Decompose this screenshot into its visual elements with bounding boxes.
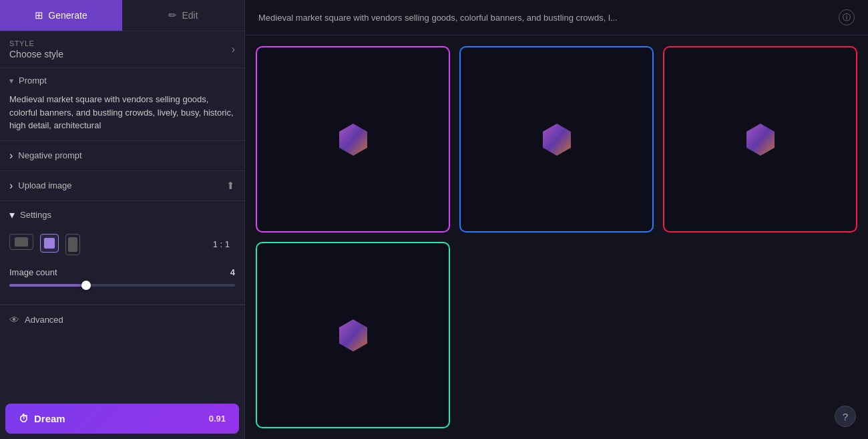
upload-chevron-icon: › — [9, 180, 13, 192]
info-icon[interactable]: ⓘ — [839, 9, 855, 25]
prompt-section-label: Prompt — [19, 76, 47, 86]
hex-placeholder-4 — [333, 315, 373, 355]
image-count-row: Image count 4 — [9, 267, 235, 289]
settings-chevron-icon: ▾ — [9, 208, 15, 221]
ar-square-icon[interactable] — [40, 234, 59, 253]
image-count-label: Image count — [9, 267, 57, 277]
style-row-left: Style Choose style — [9, 39, 63, 59]
image-count-header: Image count 4 — [9, 267, 235, 277]
upload-share-icon[interactable]: ⬆ — [226, 180, 235, 192]
slider-thumb — [81, 281, 91, 290]
svg-marker-3 — [339, 319, 367, 351]
aspect-ratio-row: 1 : 1 — [9, 234, 235, 255]
image-card-3[interactable] — [663, 46, 857, 233]
upload-image-label: Upload image — [18, 180, 71, 190]
svg-marker-0 — [339, 124, 367, 156]
image-card-4[interactable] — [256, 242, 450, 428]
generate-icon: ⊞ — [35, 9, 43, 21]
settings-content: 1 : 1 Image count 4 — [0, 229, 244, 304]
slider-fill — [9, 284, 88, 287]
image-count-slider-track — [9, 284, 235, 287]
dream-button-left: ⏱ Dream — [19, 413, 65, 424]
eye-icon: 👁 — [9, 314, 19, 325]
settings-label: Settings — [20, 210, 51, 220]
tab-generate[interactable]: ⊞ Generate — [0, 0, 122, 31]
right-panel: Medieval market square with vendors sell… — [245, 0, 868, 439]
settings-section: ▾ Settings 1 : 1 — [0, 201, 244, 305]
dream-button-label: Dream — [34, 413, 65, 424]
aspect-ratio-icons — [9, 234, 80, 255]
image-card-1[interactable] — [256, 46, 450, 233]
tab-edit[interactable]: ✏ Edit — [122, 0, 244, 31]
negative-prompt-row[interactable]: › Negative prompt — [0, 141, 244, 171]
advanced-row[interactable]: 👁 Advanced — [0, 305, 244, 334]
edit-icon: ✏ — [168, 9, 177, 21]
ar-portrait-icon[interactable] — [65, 234, 80, 255]
upload-left: › Upload image — [9, 180, 72, 192]
dream-button[interactable]: ⏱ Dream 0.91 — [5, 404, 239, 434]
ar-landscape-icon[interactable] — [9, 234, 33, 250]
left-panel: ⊞ Generate ✏ Edit Style Choose style › ▾… — [0, 0, 245, 439]
prompt-section-header[interactable]: ▾ Prompt — [0, 68, 244, 93]
tab-edit-label: Edit — [182, 10, 198, 21]
hex-placeholder-2 — [537, 120, 577, 160]
style-label: Style — [9, 39, 63, 47]
help-button[interactable]: ? — [835, 406, 856, 427]
svg-marker-1 — [543, 124, 571, 156]
prompt-section: ▾ Prompt Medieval market square with ven… — [0, 68, 244, 141]
dream-cost: 0.91 — [209, 414, 226, 424]
image-count-value: 4 — [230, 267, 235, 277]
style-value: Choose style — [9, 49, 63, 59]
tab-generate-label: Generate — [48, 10, 87, 21]
prompt-preview-text: Medieval market square with vendors sell… — [258, 13, 831, 23]
svg-marker-2 — [746, 124, 775, 156]
negative-prompt-left: › Negative prompt — [9, 150, 82, 162]
image-grid — [245, 35, 868, 439]
settings-header[interactable]: ▾ Settings — [0, 201, 244, 229]
image-card-2[interactable] — [459, 46, 654, 233]
style-chooser[interactable]: Style Choose style › — [0, 31, 244, 68]
advanced-label: Advanced — [25, 315, 63, 325]
aspect-ratio-label: 1 : 1 — [213, 239, 230, 249]
tab-bar: ⊞ Generate ✏ Edit — [0, 0, 244, 31]
chevron-right-icon: › — [232, 43, 235, 55]
negative-prompt-label: Negative prompt — [18, 150, 81, 160]
dream-icon: ⏱ — [19, 413, 29, 424]
prompt-chevron-icon: ▾ — [9, 76, 13, 86]
negative-prompt-chevron-icon: › — [9, 150, 13, 162]
upload-image-row[interactable]: › Upload image ⬆ — [0, 171, 244, 201]
help-label: ? — [843, 411, 848, 422]
hex-placeholder-3 — [740, 120, 781, 160]
right-header: Medieval market square with vendors sell… — [245, 0, 868, 35]
hex-placeholder-1 — [333, 120, 373, 160]
prompt-text[interactable]: Medieval market square with vendors sell… — [0, 93, 244, 140]
